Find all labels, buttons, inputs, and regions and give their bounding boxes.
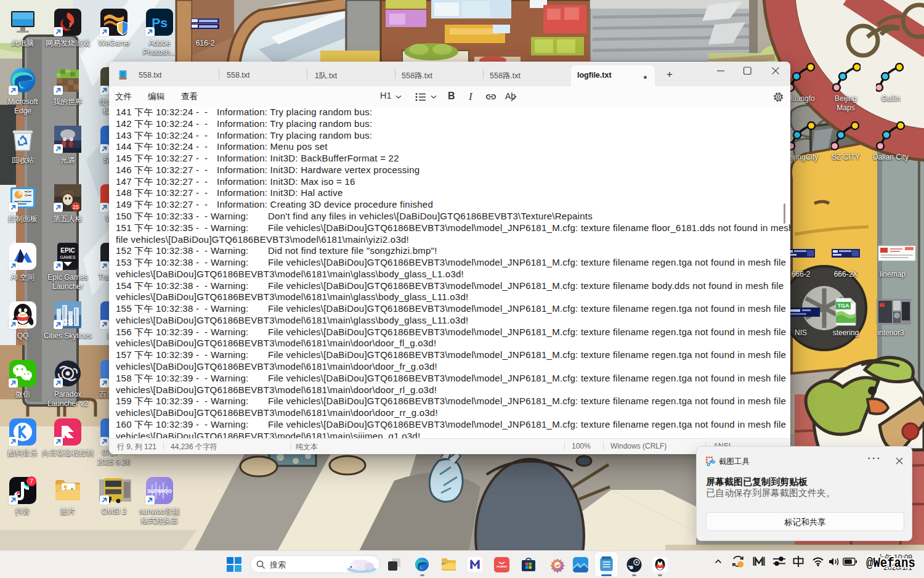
svg-text:HUAWEI: HUAWEI	[496, 565, 507, 568]
svg-text:GAMES: GAMES	[60, 255, 76, 259]
svg-text:sunwoo: sunwoo	[147, 487, 172, 494]
svg-text:25: 25	[73, 204, 79, 210]
svg-text:EPIC: EPIC	[60, 247, 75, 254]
svg-text:7: 7	[30, 478, 33, 485]
svg-text:TGA: TGA	[838, 303, 849, 309]
svg-text:Ab: Ab	[505, 91, 516, 101]
svg-text:CS: CS	[62, 317, 73, 327]
